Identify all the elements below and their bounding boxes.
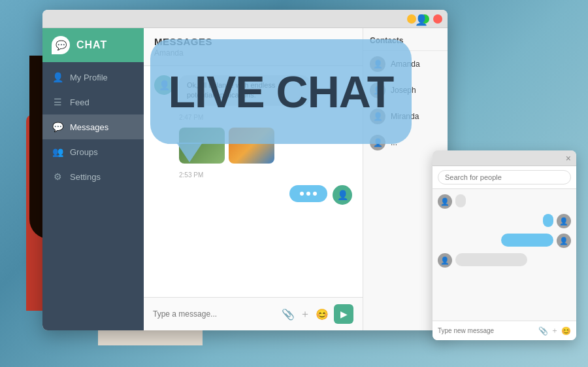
live-chat-overlay: LIVE CHAT <box>144 26 418 157</box>
messages-icon: 💬 <box>52 121 63 133</box>
mini-search-bar <box>433 166 576 189</box>
mini-avatar-2: 👤 <box>438 253 452 268</box>
dot-2 <box>306 192 310 196</box>
add-icon[interactable]: ＋ <box>300 307 310 321</box>
dot-1 <box>300 192 304 196</box>
mini-titlebar: × <box>433 150 576 166</box>
input-actions: 📎 ＋ 😊 ▶ <box>282 304 353 324</box>
emoji-icon[interactable]: 😊 <box>316 308 329 321</box>
speech-bubble: LIVE CHAT <box>150 39 412 144</box>
message-input[interactable] <box>153 309 275 319</box>
typing-indicator <box>289 185 327 202</box>
mini-input-bar: 📎 ＋ 😊 <box>433 321 576 340</box>
mini-input-icons: 📎 ＋ 😊 <box>538 325 571 336</box>
mini-chat-widget: × 👤 👤 👤 👤 📎 ＋ 😊 <box>433 150 576 340</box>
sidebar-nav: 👤 My Profile ☰ Feed 💬 Messages 👥 Groups … <box>42 65 144 189</box>
live-chat-heading: LIVE CHAT <box>169 69 394 114</box>
mini-msg-received-1: 👤 <box>438 194 571 209</box>
messages-label: Messages <box>70 122 108 132</box>
close-button[interactable] <box>433 14 442 24</box>
groups-label: Groups <box>70 147 98 157</box>
sidebar-item-feed[interactable]: ☰ Feed <box>42 90 144 114</box>
mini-avatar-sent-1: 👤 <box>557 214 571 228</box>
send-button[interactable]: ▶ <box>334 304 353 324</box>
chat-input-bar: 📎 ＋ 😊 ▶ <box>144 297 363 330</box>
window-titlebar: 👤 <box>42 10 448 28</box>
mini-messages: 👤 👤 👤 👤 <box>433 189 576 321</box>
mini-add-icon[interactable]: ＋ <box>551 325 559 336</box>
chat-logo-icon <box>52 36 70 54</box>
user-icon: 👤 <box>415 14 428 26</box>
settings-label: Settings <box>70 172 101 182</box>
mini-avatar-sent-2: 👤 <box>557 234 571 248</box>
feed-icon: ☰ <box>52 96 63 108</box>
groups-icon: 👥 <box>52 146 63 158</box>
my-profile-label: My Profile <box>70 73 108 82</box>
person-icon: 👤 <box>52 71 63 83</box>
attachment-icon[interactable]: 📎 <box>282 308 295 321</box>
gear-icon: ⚙ <box>52 171 63 183</box>
mini-bubble-received-1 <box>455 194 466 207</box>
dot-3 <box>313 192 317 196</box>
mini-bubble-received-2 <box>455 253 527 266</box>
mini-close-button[interactable]: × <box>566 153 571 164</box>
mini-emoji-icon[interactable]: 😊 <box>561 326 571 336</box>
sidebar-item-my-profile[interactable]: 👤 My Profile <box>42 65 144 90</box>
sidebar-header: CHAT <box>42 28 144 62</box>
sidebar-item-messages[interactable]: 💬 Messages <box>42 114 144 139</box>
mini-avatar-1: 👤 <box>438 194 452 209</box>
sidebar-item-groups[interactable]: 👥 Groups <box>42 139 144 164</box>
message-sent-typing: 👤 <box>154 185 352 205</box>
mini-search-input[interactable] <box>438 170 571 184</box>
mini-message-input[interactable] <box>438 327 534 334</box>
mini-msg-sent-2: 👤 <box>438 234 571 248</box>
message-time-2: 2:53 PM <box>179 171 352 179</box>
mini-bubble-sent-2 <box>501 234 553 247</box>
mini-msg-sent-1: 👤 <box>438 214 571 228</box>
sidebar: CHAT 👤 My Profile ☰ Feed 💬 Messages 👥 Gr <box>42 28 144 330</box>
feed-label: Feed <box>70 97 90 107</box>
user-sent-avatar: 👤 <box>333 185 352 205</box>
mini-bubble-sent-1 <box>543 214 553 227</box>
mini-msg-received-2: 👤 <box>438 253 571 268</box>
sidebar-item-settings[interactable]: ⚙ Settings <box>42 164 144 189</box>
mini-attachment-icon[interactable]: 📎 <box>538 326 548 336</box>
sidebar-title: CHAT <box>76 39 107 51</box>
